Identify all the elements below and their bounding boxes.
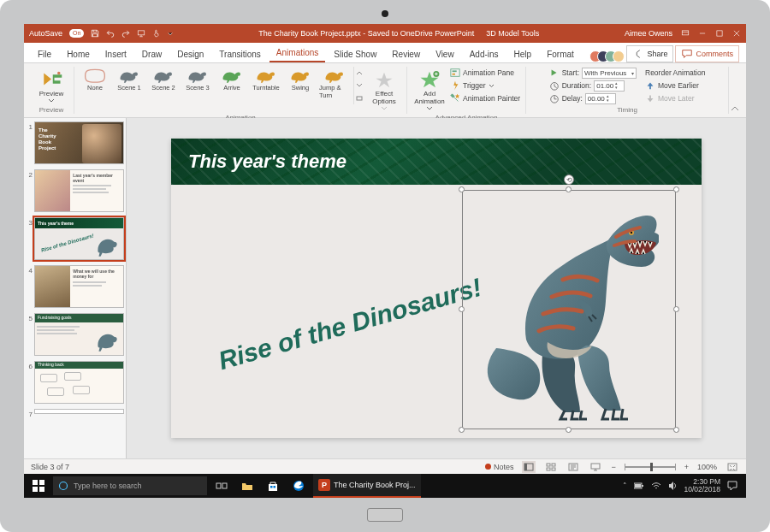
system-tray[interactable]: ˄ 2:30 PM10/02/2018 <box>623 478 743 494</box>
file-explorer-button[interactable] <box>236 474 258 498</box>
ribbon-tabs: FileHomeInsertDrawDesignTransitionsAnima… <box>24 43 746 63</box>
ribbon-options-icon[interactable] <box>681 29 690 38</box>
animation-painter-button[interactable]: Animation Painter <box>450 92 520 104</box>
animation-turntable[interactable]: Turntable <box>251 67 281 93</box>
add-animation-button[interactable]: Add Animation <box>412 67 447 112</box>
ribbon-tab-design[interactable]: Design <box>170 46 210 62</box>
ribbon-tab-format[interactable]: Format <box>540 46 581 62</box>
resize-handle-tr[interactable] <box>673 186 679 192</box>
slide-thumbnail-4[interactable]: 4What we will use the money for <box>26 265 124 308</box>
tray-chevron-icon[interactable]: ˄ <box>623 482 627 490</box>
slide-thumbnail-5[interactable]: 5Fundraising goals <box>26 313 124 356</box>
ribbon-tab-file[interactable]: File <box>31 46 58 62</box>
trigger-button[interactable]: Trigger <box>450 80 520 92</box>
animation-swing[interactable]: Swing <box>285 67 316 93</box>
save-icon[interactable] <box>91 29 99 38</box>
share-button[interactable]: Share <box>626 45 673 62</box>
animation-arrive[interactable]: Arrive <box>216 67 247 93</box>
animation-none[interactable]: None <box>80 67 110 93</box>
qat-more-icon[interactable] <box>168 29 173 38</box>
taskbar-app-powerpoint[interactable]: P The Charity Book Proj... <box>313 474 421 498</box>
coauthor-avatars[interactable] <box>589 50 625 62</box>
slide-subtitle[interactable]: Rise of the Dinosaurs! <box>215 273 484 375</box>
slide-thumbnail-2[interactable]: 2Last year's member event <box>26 169 124 212</box>
ribbon-tab-review[interactable]: Review <box>385 46 427 62</box>
animation-gallery-more[interactable] <box>353 67 364 104</box>
slide[interactable]: This year's theme Rise of the Dinosaurs!… <box>171 139 702 438</box>
ribbon-collapse-button[interactable] <box>729 67 741 114</box>
ribbon-tab-slide-show[interactable]: Slide Show <box>327 46 383 62</box>
view-normal-button[interactable] <box>522 461 536 473</box>
notes-button[interactable]: Notes <box>485 463 514 471</box>
move-earlier-button[interactable]: Move Earlier <box>645 80 705 92</box>
zoom-slider[interactable] <box>625 466 676 468</box>
slide-thumbnail-1[interactable]: 1The Charity Book Project <box>26 121 124 164</box>
resize-handle-bl[interactable] <box>459 427 465 433</box>
zoom-out-button[interactable]: − <box>611 463 615 471</box>
task-view-button[interactable] <box>210 474 233 498</box>
animation-jumpturn[interactable]: Jump & Turn <box>319 67 350 101</box>
reorder-animation-label: Reorder Animation <box>645 67 705 79</box>
present-icon[interactable] <box>137 29 145 38</box>
trex-3d-model[interactable] <box>479 198 659 421</box>
animation-scene3[interactable]: Scene 3 <box>182 67 213 93</box>
close-icon[interactable] <box>732 29 741 38</box>
zoom-value[interactable]: 100% <box>697 463 717 471</box>
minimize-icon[interactable] <box>698 29 707 38</box>
view-reading-button[interactable] <box>566 461 580 473</box>
ribbon-tab-animations[interactable]: Animations <box>270 44 325 62</box>
duration-spinner[interactable]: 01.00▴▾ <box>594 80 625 92</box>
delay-spinner[interactable]: 00.00▴▾ <box>585 93 616 104</box>
trigger-icon <box>450 80 460 91</box>
edge-button[interactable] <box>287 474 310 498</box>
slide-thumbnail-7[interactable]: 7 <box>26 409 124 418</box>
tray-clock[interactable]: 2:30 PM10/02/2018 <box>684 478 720 494</box>
move-earlier-label: Move Earlier <box>658 81 699 90</box>
tablet-home-button[interactable] <box>367 508 403 522</box>
action-center-icon[interactable] <box>727 481 737 491</box>
slide-banner[interactable]: This year's theme <box>171 139 702 185</box>
touch-mode-icon[interactable] <box>152 29 161 38</box>
maximize-icon[interactable] <box>715 29 724 38</box>
start-label: Start: <box>562 68 579 77</box>
start-button[interactable] <box>27 474 50 498</box>
model-selection[interactable]: ⟲ <box>462 190 676 429</box>
zoom-thumb[interactable] <box>650 463 653 471</box>
thumbnail-number: 3 <box>26 217 33 260</box>
slide-thumbnail-3[interactable]: 3This year's themeRise of the Dinosaurs! <box>26 217 124 260</box>
resize-handle-r[interactable] <box>673 306 679 312</box>
taskbar-search[interactable]: Type here to search <box>53 476 207 495</box>
ribbon-tab-home[interactable]: Home <box>60 46 97 62</box>
resize-handle-l[interactable] <box>459 306 465 312</box>
autosave-toggle[interactable]: On <box>69 29 84 38</box>
store-button[interactable] <box>262 474 284 498</box>
ribbon-tab-view[interactable]: View <box>429 46 461 62</box>
ribbon-tab-draw[interactable]: Draw <box>135 46 169 62</box>
ribbon-tab-insert[interactable]: Insert <box>98 46 133 62</box>
ribbon-tab-help[interactable]: Help <box>507 46 539 62</box>
redo-icon[interactable] <box>121 29 130 38</box>
view-sorter-button[interactable] <box>544 461 558 473</box>
svg-point-5 <box>57 71 61 74</box>
rotate-handle[interactable]: ⟲ <box>564 174 574 185</box>
resize-handle-tl[interactable] <box>459 186 465 192</box>
start-dropdown[interactable]: With Previous▾ <box>582 68 637 79</box>
animation-scene1[interactable]: Scene 1 <box>114 67 145 93</box>
ribbon-tab-transitions[interactable]: Transitions <box>212 46 268 62</box>
slide-thumbnail-6[interactable]: 6Thinking back <box>26 361 124 404</box>
resize-handle-t[interactable] <box>566 186 572 192</box>
animation-scene2[interactable]: Scene 2 <box>148 67 179 93</box>
view-slideshow-button[interactable] <box>589 461 602 473</box>
preview-button[interactable]: Preview <box>34 67 68 104</box>
user-name[interactable]: Aimee Owens <box>625 29 672 38</box>
zoom-in-button[interactable]: + <box>684 463 689 471</box>
comments-button[interactable]: Comments <box>675 45 739 62</box>
animation-pane-button[interactable]: Animation Pane <box>450 67 520 79</box>
slide-thumbnail-panel[interactable]: 1The Charity Book Project2Last year's me… <box>24 118 127 458</box>
slide-canvas-area[interactable]: This year's theme Rise of the Dinosaurs!… <box>127 118 746 458</box>
fit-to-window-button[interactable] <box>726 461 739 473</box>
ribbon-tab-add-ins[interactable]: Add-ins <box>463 46 506 62</box>
undo-icon[interactable] <box>106 29 115 38</box>
resize-handle-b[interactable] <box>566 427 572 433</box>
resize-handle-br[interactable] <box>673 427 679 433</box>
